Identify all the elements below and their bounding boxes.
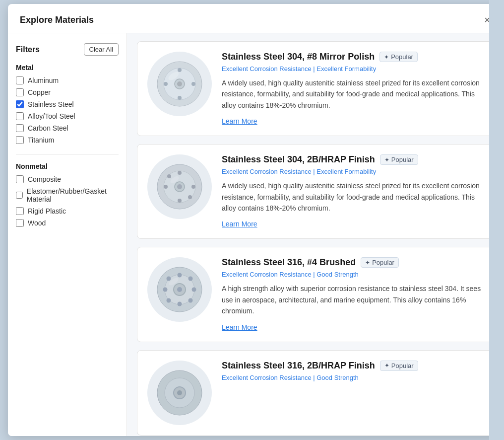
label-wood[interactable]: Wood (28, 219, 46, 227)
popular-badge-1: ✦ Popular (380, 154, 418, 165)
svg-point-18 (188, 195, 192, 199)
checkbox-rigid-plastic[interactable] (16, 207, 24, 215)
label-rigid-plastic[interactable]: Rigid Plastic (28, 207, 66, 215)
filter-item-wood[interactable]: Wood (16, 219, 119, 227)
material-name-3: Stainless Steel 316, 2B/HRAP Finish (222, 361, 375, 371)
label-composite[interactable]: Composite (28, 175, 61, 183)
svg-point-28 (167, 277, 171, 281)
modal-title: Explore Materials (20, 15, 94, 25)
modal-body: Filters Clear All Metal Aluminum Copper (8, 33, 504, 436)
learn-more-link-0[interactable]: Learn More (222, 117, 257, 125)
material-title-row-0: Stainless Steel 304, #8 Mirror Polish ✦ … (222, 52, 484, 62)
nonmetal-filter-group: Nonmetal Composite Elastomer/Rubber/Gask… (16, 162, 119, 227)
svg-point-23 (177, 287, 182, 292)
svg-point-16 (191, 185, 195, 189)
svg-point-14 (178, 199, 182, 203)
material-desc-0: A widely used, high quality austenitic s… (222, 77, 484, 111)
label-stainless-steel[interactable]: Stainless Steel (28, 100, 74, 108)
svg-point-4 (178, 68, 182, 72)
filter-item-stainless-steel[interactable]: Stainless Steel (16, 100, 119, 108)
material-image-3 (147, 361, 212, 425)
material-info-0: Stainless Steel 304, #8 Mirror Polish ✦ … (222, 52, 484, 126)
material-card-3: Stainless Steel 316, 2B/HRAP Finish ✦ Po… (137, 350, 494, 436)
svg-point-30 (189, 277, 193, 281)
checkbox-copper[interactable] (16, 88, 24, 96)
filter-item-alloy-tool-steel[interactable]: Alloy/Tool Steel (16, 112, 119, 120)
material-desc-2: A high strength alloy with superior corr… (222, 283, 484, 316)
filter-item-aluminum[interactable]: Aluminum (16, 76, 119, 84)
material-name-2: Stainless Steel 316, #4 Brushed (222, 257, 356, 268)
popular-label-1: Popular (391, 156, 414, 163)
material-tags-1: Excellent Corrosion Resistance | Excelle… (222, 168, 484, 175)
checkbox-aluminum[interactable] (16, 76, 24, 84)
filter-item-titanium[interactable]: Titanium (16, 136, 119, 144)
label-carbon-steel[interactable]: Carbon Steel (28, 124, 68, 132)
nonmetal-group-title: Nonmetal (16, 162, 119, 170)
checkbox-composite[interactable] (16, 175, 24, 183)
checkbox-elastomer[interactable] (16, 191, 23, 199)
label-copper[interactable]: Copper (28, 88, 51, 96)
material-tags-2: Excellent Corrosion Resistance | Good St… (222, 271, 484, 278)
material-name-1: Stainless Steel 304, 2B/HRAP Finish (222, 154, 375, 165)
learn-more-link-2[interactable]: Learn More (222, 323, 257, 331)
label-elastomer[interactable]: Elastomer/Rubber/Gasket Material (27, 187, 119, 203)
sidebar-header: Filters Clear All (16, 43, 119, 56)
material-title-row-2: Stainless Steel 316, #4 Brushed ✦ Popula… (222, 257, 484, 268)
svg-point-15 (164, 185, 168, 189)
popular-icon-2: ✦ (365, 259, 370, 266)
material-card-0: Stainless Steel 304, #8 Mirror Polish ✦ … (137, 41, 494, 136)
checkbox-wood[interactable] (16, 219, 24, 227)
material-image-0 (147, 52, 212, 116)
checkbox-alloy-tool-steel[interactable] (16, 112, 24, 120)
material-title-row-1: Stainless Steel 304, 2B/HRAP Finish ✦ Po… (222, 154, 484, 165)
checkbox-carbon-steel[interactable] (16, 124, 24, 132)
metal-group-title: Metal (16, 64, 119, 72)
popular-badge-3: ✦ Popular (380, 361, 418, 371)
material-info-3: Stainless Steel 316, 2B/HRAP Finish ✦ Po… (222, 361, 484, 386)
clear-all-button[interactable]: Clear All (84, 43, 119, 56)
material-tags-3: Excellent Corrosion Resistance | Good St… (222, 374, 484, 381)
material-info-1: Stainless Steel 304, 2B/HRAP Finish ✦ Po… (222, 154, 484, 228)
svg-point-6 (164, 82, 168, 86)
label-titanium[interactable]: Titanium (28, 136, 54, 144)
filter-item-copper[interactable]: Copper (16, 88, 119, 96)
learn-more-link-1[interactable]: Learn More (222, 220, 257, 228)
svg-point-3 (177, 81, 182, 86)
svg-point-13 (178, 171, 182, 175)
popular-badge-0: ✦ Popular (379, 52, 418, 62)
popular-label-3: Popular (391, 362, 414, 369)
checkbox-titanium[interactable] (16, 136, 24, 144)
material-title-row-3: Stainless Steel 316, 2B/HRAP Finish ✦ Po… (222, 361, 484, 371)
filter-item-elastomer[interactable]: Elastomer/Rubber/Gasket Material (16, 187, 119, 203)
material-tags-0: Excellent Corrosion Resistance | Excelle… (222, 65, 484, 73)
explore-materials-modal: Explore Materials × Filters Clear All Me… (8, 4, 504, 436)
popular-icon-0: ✦ (384, 54, 389, 61)
svg-point-5 (178, 96, 182, 100)
popular-badge-2: ✦ Popular (361, 257, 399, 268)
material-card-1: Stainless Steel 304, 2B/HRAP Finish ✦ Po… (137, 144, 494, 239)
material-info-2: Stainless Steel 316, #4 Brushed ✦ Popula… (222, 257, 484, 331)
material-card-2: Stainless Steel 316, #4 Brushed ✦ Popula… (137, 247, 494, 342)
filters-title: Filters (16, 45, 40, 54)
metal-filter-group: Metal Aluminum Copper Stainless Steel (16, 64, 119, 144)
checkbox-stainless-steel[interactable] (16, 100, 24, 108)
popular-label-2: Popular (372, 259, 394, 266)
svg-point-29 (189, 298, 193, 303)
svg-point-26 (163, 288, 168, 292)
svg-point-24 (178, 273, 182, 278)
svg-point-31 (167, 298, 171, 303)
label-aluminum[interactable]: Aluminum (28, 76, 59, 84)
label-alloy-tool-steel[interactable]: Alloy/Tool Steel (28, 112, 75, 120)
material-image-2 (147, 257, 212, 322)
svg-point-17 (167, 174, 171, 178)
svg-point-36 (177, 390, 182, 395)
svg-point-7 (191, 82, 195, 86)
background-right (489, 0, 504, 440)
filters-sidebar: Filters Clear All Metal Aluminum Copper (8, 33, 127, 436)
filter-item-carbon-steel[interactable]: Carbon Steel (16, 124, 119, 132)
filter-item-rigid-plastic[interactable]: Rigid Plastic (16, 207, 119, 215)
svg-point-12 (177, 184, 182, 189)
materials-list: Stainless Steel 304, #8 Mirror Polish ✦ … (127, 33, 504, 436)
filter-item-composite[interactable]: Composite (16, 175, 119, 183)
material-image-1 (147, 154, 212, 219)
